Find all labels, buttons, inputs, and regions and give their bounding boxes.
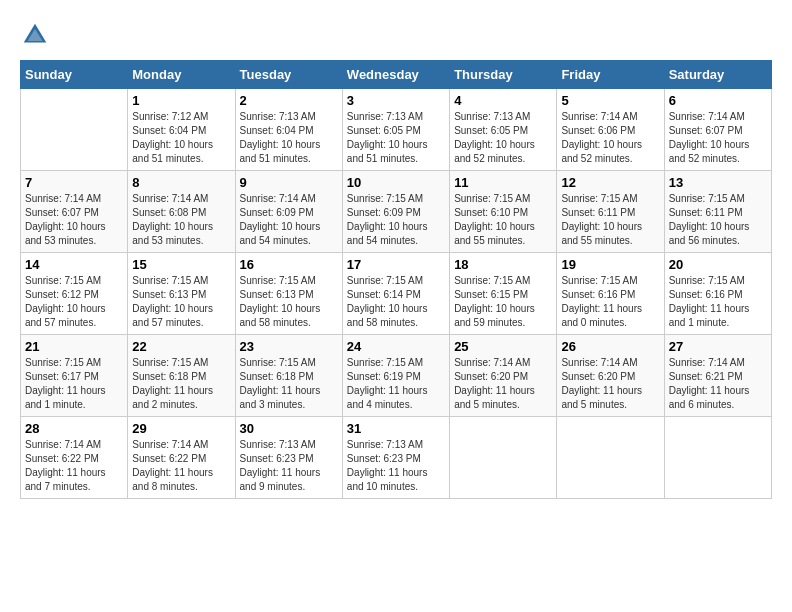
day-info: Sunrise: 7:14 AM Sunset: 6:08 PM Dayligh… [132,192,230,248]
day-number: 3 [347,93,445,108]
calendar-cell: 30Sunrise: 7:13 AM Sunset: 6:23 PM Dayli… [235,417,342,499]
logo-icon [20,20,50,50]
weekday-thursday: Thursday [450,61,557,89]
day-number: 30 [240,421,338,436]
day-info: Sunrise: 7:15 AM Sunset: 6:13 PM Dayligh… [240,274,338,330]
day-info: Sunrise: 7:15 AM Sunset: 6:11 PM Dayligh… [561,192,659,248]
day-info: Sunrise: 7:15 AM Sunset: 6:09 PM Dayligh… [347,192,445,248]
day-number: 20 [669,257,767,272]
calendar-cell: 25Sunrise: 7:14 AM Sunset: 6:20 PM Dayli… [450,335,557,417]
day-info: Sunrise: 7:15 AM Sunset: 6:14 PM Dayligh… [347,274,445,330]
calendar-cell: 23Sunrise: 7:15 AM Sunset: 6:18 PM Dayli… [235,335,342,417]
day-info: Sunrise: 7:15 AM Sunset: 6:16 PM Dayligh… [561,274,659,330]
calendar-cell: 4Sunrise: 7:13 AM Sunset: 6:05 PM Daylig… [450,89,557,171]
day-info: Sunrise: 7:13 AM Sunset: 6:23 PM Dayligh… [240,438,338,494]
calendar-cell: 6Sunrise: 7:14 AM Sunset: 6:07 PM Daylig… [664,89,771,171]
weekday-tuesday: Tuesday [235,61,342,89]
day-number: 25 [454,339,552,354]
day-info: Sunrise: 7:13 AM Sunset: 6:05 PM Dayligh… [347,110,445,166]
day-number: 17 [347,257,445,272]
calendar-cell: 13Sunrise: 7:15 AM Sunset: 6:11 PM Dayli… [664,171,771,253]
day-number: 23 [240,339,338,354]
day-info: Sunrise: 7:15 AM Sunset: 6:19 PM Dayligh… [347,356,445,412]
calendar-week-3: 14Sunrise: 7:15 AM Sunset: 6:12 PM Dayli… [21,253,772,335]
day-number: 14 [25,257,123,272]
day-number: 2 [240,93,338,108]
day-number: 28 [25,421,123,436]
calendar-cell: 7Sunrise: 7:14 AM Sunset: 6:07 PM Daylig… [21,171,128,253]
day-info: Sunrise: 7:14 AM Sunset: 6:07 PM Dayligh… [25,192,123,248]
day-info: Sunrise: 7:14 AM Sunset: 6:21 PM Dayligh… [669,356,767,412]
calendar-cell: 21Sunrise: 7:15 AM Sunset: 6:17 PM Dayli… [21,335,128,417]
day-info: Sunrise: 7:15 AM Sunset: 6:10 PM Dayligh… [454,192,552,248]
day-number: 24 [347,339,445,354]
day-number: 27 [669,339,767,354]
day-info: Sunrise: 7:15 AM Sunset: 6:16 PM Dayligh… [669,274,767,330]
day-number: 11 [454,175,552,190]
calendar-cell: 18Sunrise: 7:15 AM Sunset: 6:15 PM Dayli… [450,253,557,335]
calendar-cell: 12Sunrise: 7:15 AM Sunset: 6:11 PM Dayli… [557,171,664,253]
calendar-cell: 14Sunrise: 7:15 AM Sunset: 6:12 PM Dayli… [21,253,128,335]
calendar-cell: 15Sunrise: 7:15 AM Sunset: 6:13 PM Dayli… [128,253,235,335]
calendar-cell: 22Sunrise: 7:15 AM Sunset: 6:18 PM Dayli… [128,335,235,417]
weekday-saturday: Saturday [664,61,771,89]
day-info: Sunrise: 7:13 AM Sunset: 6:23 PM Dayligh… [347,438,445,494]
day-info: Sunrise: 7:15 AM Sunset: 6:15 PM Dayligh… [454,274,552,330]
day-number: 26 [561,339,659,354]
day-info: Sunrise: 7:15 AM Sunset: 6:11 PM Dayligh… [669,192,767,248]
day-number: 5 [561,93,659,108]
day-number: 12 [561,175,659,190]
day-number: 31 [347,421,445,436]
day-info: Sunrise: 7:14 AM Sunset: 6:20 PM Dayligh… [454,356,552,412]
calendar-cell: 2Sunrise: 7:13 AM Sunset: 6:04 PM Daylig… [235,89,342,171]
day-info: Sunrise: 7:15 AM Sunset: 6:17 PM Dayligh… [25,356,123,412]
day-number: 6 [669,93,767,108]
weekday-sunday: Sunday [21,61,128,89]
calendar-cell: 17Sunrise: 7:15 AM Sunset: 6:14 PM Dayli… [342,253,449,335]
calendar-cell: 8Sunrise: 7:14 AM Sunset: 6:08 PM Daylig… [128,171,235,253]
page-header [20,20,772,50]
day-info: Sunrise: 7:15 AM Sunset: 6:18 PM Dayligh… [240,356,338,412]
day-number: 10 [347,175,445,190]
day-number: 15 [132,257,230,272]
calendar-week-5: 28Sunrise: 7:14 AM Sunset: 6:22 PM Dayli… [21,417,772,499]
day-info: Sunrise: 7:13 AM Sunset: 6:05 PM Dayligh… [454,110,552,166]
calendar-cell: 31Sunrise: 7:13 AM Sunset: 6:23 PM Dayli… [342,417,449,499]
day-info: Sunrise: 7:15 AM Sunset: 6:18 PM Dayligh… [132,356,230,412]
calendar-cell: 19Sunrise: 7:15 AM Sunset: 6:16 PM Dayli… [557,253,664,335]
calendar-week-2: 7Sunrise: 7:14 AM Sunset: 6:07 PM Daylig… [21,171,772,253]
weekday-monday: Monday [128,61,235,89]
calendar-cell [450,417,557,499]
calendar-cell: 28Sunrise: 7:14 AM Sunset: 6:22 PM Dayli… [21,417,128,499]
calendar-cell: 5Sunrise: 7:14 AM Sunset: 6:06 PM Daylig… [557,89,664,171]
day-info: Sunrise: 7:15 AM Sunset: 6:13 PM Dayligh… [132,274,230,330]
day-info: Sunrise: 7:14 AM Sunset: 6:06 PM Dayligh… [561,110,659,166]
weekday-friday: Friday [557,61,664,89]
calendar-cell: 9Sunrise: 7:14 AM Sunset: 6:09 PM Daylig… [235,171,342,253]
calendar-cell: 16Sunrise: 7:15 AM Sunset: 6:13 PM Dayli… [235,253,342,335]
weekday-wednesday: Wednesday [342,61,449,89]
day-number: 9 [240,175,338,190]
calendar-cell: 10Sunrise: 7:15 AM Sunset: 6:09 PM Dayli… [342,171,449,253]
weekday-header-row: SundayMondayTuesdayWednesdayThursdayFrid… [21,61,772,89]
calendar-cell [557,417,664,499]
day-number: 29 [132,421,230,436]
calendar-week-4: 21Sunrise: 7:15 AM Sunset: 6:17 PM Dayli… [21,335,772,417]
day-info: Sunrise: 7:14 AM Sunset: 6:09 PM Dayligh… [240,192,338,248]
calendar-cell: 11Sunrise: 7:15 AM Sunset: 6:10 PM Dayli… [450,171,557,253]
day-info: Sunrise: 7:14 AM Sunset: 6:07 PM Dayligh… [669,110,767,166]
day-info: Sunrise: 7:13 AM Sunset: 6:04 PM Dayligh… [240,110,338,166]
day-info: Sunrise: 7:14 AM Sunset: 6:20 PM Dayligh… [561,356,659,412]
calendar-cell [21,89,128,171]
day-number: 13 [669,175,767,190]
calendar-cell: 27Sunrise: 7:14 AM Sunset: 6:21 PM Dayli… [664,335,771,417]
day-number: 18 [454,257,552,272]
calendar-cell: 3Sunrise: 7:13 AM Sunset: 6:05 PM Daylig… [342,89,449,171]
calendar-table: SundayMondayTuesdayWednesdayThursdayFrid… [20,60,772,499]
day-info: Sunrise: 7:12 AM Sunset: 6:04 PM Dayligh… [132,110,230,166]
day-number: 22 [132,339,230,354]
day-number: 4 [454,93,552,108]
calendar-cell: 20Sunrise: 7:15 AM Sunset: 6:16 PM Dayli… [664,253,771,335]
calendar-cell: 1Sunrise: 7:12 AM Sunset: 6:04 PM Daylig… [128,89,235,171]
day-number: 7 [25,175,123,190]
